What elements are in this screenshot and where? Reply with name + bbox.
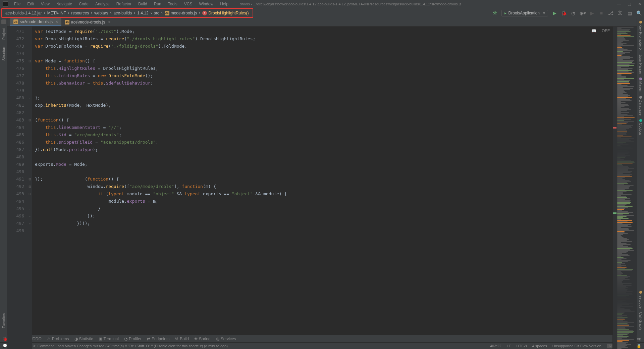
menu-run[interactable]: Run <box>151 2 165 6</box>
menu-refactor[interactable]: Refactor <box>113 2 135 6</box>
fold-marker[interactable]: ⊟ <box>28 190 32 198</box>
breadcrumb-item[interactable]: resources <box>69 11 91 15</box>
locale-icon[interactable]: 文 <box>617 10 623 16</box>
right-tab-keypromoter[interactable]: Key Promoter X <box>638 19 643 52</box>
fold-marker <box>28 131 32 139</box>
fold-marker: ⌐ <box>28 205 32 212</box>
right-tab-jsonparser[interactable]: Json Parser <box>638 53 643 76</box>
menu-tools[interactable]: Tools <box>165 2 181 6</box>
left-tab-project[interactable]: Project <box>1 26 6 42</box>
breadcrumb-item[interactable]: src <box>152 11 161 15</box>
main-menu: FileEditViewNavigateCodeAnalyzeRefactorB… <box>11 2 232 6</box>
close-tab-icon[interactable]: × <box>108 20 110 24</box>
project-tool-icon[interactable] <box>1 19 6 24</box>
close-tab-icon[interactable]: × <box>56 19 58 24</box>
window-title-path: drools - ...\org\webjars\bower\ace-build… <box>240 2 462 6</box>
gutter-line-numbers: 4714724734744754764774784794804814824834… <box>7 27 28 349</box>
lock-icon[interactable]: 🔒 <box>637 344 641 348</box>
fold-marker[interactable]: ⊟ <box>28 183 32 190</box>
fold-marker: ⌐ <box>28 146 32 153</box>
search-icon[interactable]: 🔍 <box>636 10 642 16</box>
gutter-fold: ⊟⌐⊟⌐⊟⊟⊟⌐⌐⌐ <box>28 27 32 349</box>
fold-marker <box>28 227 32 235</box>
fold-marker <box>28 87 32 94</box>
debug-icon[interactable]: 🐞 <box>561 10 567 16</box>
fold-marker[interactable]: ⊟ <box>28 116 32 124</box>
fold-marker: ⌐ <box>28 220 32 227</box>
menu-file[interactable]: File <box>11 2 24 6</box>
fold-marker <box>28 28 32 35</box>
left-tab-structure[interactable]: Structure <box>1 44 6 63</box>
fold-marker <box>28 198 32 205</box>
breadcrumb-item[interactable]: ace-builds <box>112 11 134 15</box>
menu-build[interactable]: Build <box>135 2 151 6</box>
maximize-icon[interactable]: ▢ <box>628 2 631 6</box>
stop-icon[interactable]: ■ <box>598 10 604 16</box>
git-icon[interactable]: ⎇ <box>608 10 614 16</box>
breadcrumb-item[interactable]: ace-builds-1.4.12.jar <box>3 11 44 15</box>
fold-marker <box>28 153 32 161</box>
breadcrumbs: ace-builds-1.4.12.jar›META-INF›resources… <box>1 8 253 18</box>
run-config-label: DroolsApplication <box>508 11 540 15</box>
code-area[interactable]: var TextMode = require("./text").Mode;va… <box>32 27 612 349</box>
menu-analyze[interactable]: Analyze <box>92 2 113 6</box>
editor-tab[interactable]: JSace\mode-drools.js× <box>61 18 114 26</box>
profile-icon[interactable]: ◉▾ <box>580 10 586 16</box>
menu-help[interactable]: Help <box>217 2 232 6</box>
fold-marker <box>28 80 32 87</box>
menu-edit[interactable]: Edit <box>24 2 38 6</box>
left-tool-stripe: Project Structure Favorites <box>0 18 7 335</box>
breadcrumb-item[interactable]: webjars <box>92 11 110 15</box>
right-tab-codota[interactable]: Codota <box>638 118 643 136</box>
hammer-icon[interactable]: ⚒ <box>492 10 498 16</box>
editor-wrap: 📖 OFF 4714724734744754764774784794804814… <box>7 27 637 349</box>
menu-vcs[interactable]: VCS <box>181 2 196 6</box>
fold-marker <box>28 109 32 116</box>
editor-content: JSsrc\mode-drools.js×JSace\mode-drools.j… <box>7 18 637 335</box>
fold-marker <box>28 124 32 131</box>
menu-window[interactable]: Window <box>196 2 217 6</box>
fold-marker <box>28 43 32 50</box>
run-icon[interactable]: ▶ <box>551 10 557 16</box>
main-area: Project Structure Favorites JSsrc\mode-d… <box>0 18 644 335</box>
breadcrumb-item[interactable]: fDroolsHighlightRules() <box>200 11 251 15</box>
fold-marker <box>28 161 32 168</box>
titlebar: FileEditViewNavigateCodeAnalyzeRefactorB… <box>0 0 644 8</box>
editor-tab[interactable]: JSsrc\mode-drools.js× <box>10 18 61 26</box>
menu-code[interactable]: Code <box>75 2 92 6</box>
error-stripe <box>612 27 616 349</box>
minimap[interactable] <box>616 27 637 349</box>
minimize-icon[interactable]: — <box>617 2 621 6</box>
breadcrumb-item[interactable]: 1.4.12 <box>135 11 150 15</box>
breadcrumb-item[interactable]: META-INF <box>45 11 68 15</box>
run-disabled-icon: ▶ <box>589 10 595 16</box>
fold-marker[interactable]: ⊟ <box>28 176 32 183</box>
fold-marker <box>28 72 32 80</box>
right-tab-leetcode[interactable]: leetcode <box>638 290 643 310</box>
fold-marker <box>28 35 32 43</box>
menu-navigate[interactable]: Navigate <box>53 2 75 6</box>
run-configuration-selector[interactable]: ▸ DroolsApplication ▾ <box>501 10 548 16</box>
toolbar-right: ⚒ ▸ DroolsApplication ▾ ▶ 🐞 ◔ ◉▾ ▶ ■ ⎇ 文… <box>492 10 642 16</box>
fold-marker: ⌐ <box>28 212 32 220</box>
fold-marker <box>28 168 32 176</box>
menu-view[interactable]: View <box>38 2 53 6</box>
editor-tabs: JSsrc\mode-drools.js×JSace\mode-drools.j… <box>7 18 637 27</box>
run-config-icon: ▸ <box>504 11 506 15</box>
right-tab-database[interactable]: Database <box>638 95 643 117</box>
coverage-icon[interactable]: ◔ <box>570 10 576 16</box>
close-icon[interactable]: ✕ <box>638 2 641 6</box>
project-structure-icon[interactable]: ▤ <box>627 10 633 16</box>
status-msg-icon: 💬 <box>3 344 7 348</box>
left-tab-favorites[interactable]: Favorites <box>1 311 6 330</box>
fold-marker <box>28 139 32 146</box>
right-tool-stripe: Key Promoter X Json Parser mMaven Databa… <box>637 18 644 335</box>
fold-marker[interactable]: ⊟ <box>28 57 32 65</box>
right-tab-maven[interactable]: mMaven <box>638 76 643 94</box>
bug-icon: 🐞 <box>3 337 8 341</box>
fold-marker <box>28 50 32 57</box>
chevron-down-icon: ▾ <box>543 11 545 15</box>
breadcrumb-item[interactable]: JSmode-drools.js <box>163 11 199 15</box>
fold-marker: ⌐ <box>28 94 32 102</box>
right-tab-callgraph[interactable]: Call Graph <box>638 311 643 331</box>
